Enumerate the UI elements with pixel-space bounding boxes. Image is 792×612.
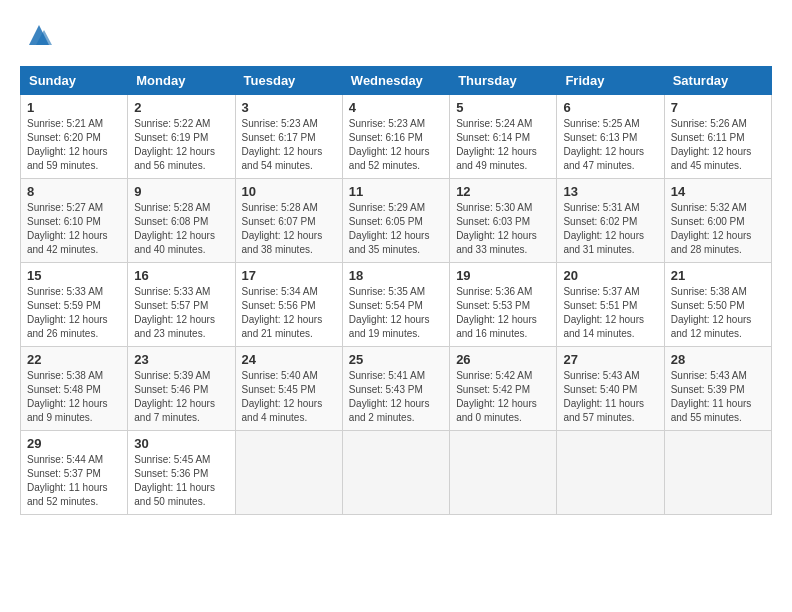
calendar-day-cell: 25 Sunrise: 5:41 AMSunset: 5:43 PMDaylig… bbox=[342, 347, 449, 431]
day-number: 23 bbox=[134, 352, 228, 367]
day-number: 9 bbox=[134, 184, 228, 199]
calendar-day-cell bbox=[342, 431, 449, 515]
day-info: Sunrise: 5:44 AMSunset: 5:37 PMDaylight:… bbox=[27, 454, 108, 507]
day-number: 12 bbox=[456, 184, 550, 199]
calendar-header-tuesday: Tuesday bbox=[235, 67, 342, 95]
day-info: Sunrise: 5:28 AMSunset: 6:07 PMDaylight:… bbox=[242, 202, 323, 255]
day-info: Sunrise: 5:23 AMSunset: 6:16 PMDaylight:… bbox=[349, 118, 430, 171]
calendar-day-cell: 14 Sunrise: 5:32 AMSunset: 6:00 PMDaylig… bbox=[664, 179, 771, 263]
day-info: Sunrise: 5:32 AMSunset: 6:00 PMDaylight:… bbox=[671, 202, 752, 255]
calendar-week-row: 1 Sunrise: 5:21 AMSunset: 6:20 PMDayligh… bbox=[21, 95, 772, 179]
calendar-day-cell: 26 Sunrise: 5:42 AMSunset: 5:42 PMDaylig… bbox=[450, 347, 557, 431]
day-number: 17 bbox=[242, 268, 336, 283]
day-info: Sunrise: 5:29 AMSunset: 6:05 PMDaylight:… bbox=[349, 202, 430, 255]
calendar-day-cell: 27 Sunrise: 5:43 AMSunset: 5:40 PMDaylig… bbox=[557, 347, 664, 431]
calendar-day-cell: 5 Sunrise: 5:24 AMSunset: 6:14 PMDayligh… bbox=[450, 95, 557, 179]
calendar-day-cell: 28 Sunrise: 5:43 AMSunset: 5:39 PMDaylig… bbox=[664, 347, 771, 431]
calendar-day-cell: 12 Sunrise: 5:30 AMSunset: 6:03 PMDaylig… bbox=[450, 179, 557, 263]
calendar-day-cell: 19 Sunrise: 5:36 AMSunset: 5:53 PMDaylig… bbox=[450, 263, 557, 347]
day-info: Sunrise: 5:21 AMSunset: 6:20 PMDaylight:… bbox=[27, 118, 108, 171]
day-info: Sunrise: 5:35 AMSunset: 5:54 PMDaylight:… bbox=[349, 286, 430, 339]
calendar-day-cell: 10 Sunrise: 5:28 AMSunset: 6:07 PMDaylig… bbox=[235, 179, 342, 263]
logo-icon bbox=[24, 20, 54, 50]
day-number: 13 bbox=[563, 184, 657, 199]
day-info: Sunrise: 5:25 AMSunset: 6:13 PMDaylight:… bbox=[563, 118, 644, 171]
day-number: 25 bbox=[349, 352, 443, 367]
calendar-day-cell: 13 Sunrise: 5:31 AMSunset: 6:02 PMDaylig… bbox=[557, 179, 664, 263]
calendar-day-cell: 20 Sunrise: 5:37 AMSunset: 5:51 PMDaylig… bbox=[557, 263, 664, 347]
day-number: 27 bbox=[563, 352, 657, 367]
calendar-day-cell: 23 Sunrise: 5:39 AMSunset: 5:46 PMDaylig… bbox=[128, 347, 235, 431]
calendar-table: SundayMondayTuesdayWednesdayThursdayFrid… bbox=[20, 66, 772, 515]
day-number: 1 bbox=[27, 100, 121, 115]
day-info: Sunrise: 5:45 AMSunset: 5:36 PMDaylight:… bbox=[134, 454, 215, 507]
calendar-day-cell: 2 Sunrise: 5:22 AMSunset: 6:19 PMDayligh… bbox=[128, 95, 235, 179]
calendar-week-row: 29 Sunrise: 5:44 AMSunset: 5:37 PMDaylig… bbox=[21, 431, 772, 515]
day-info: Sunrise: 5:33 AMSunset: 5:59 PMDaylight:… bbox=[27, 286, 108, 339]
day-number: 11 bbox=[349, 184, 443, 199]
calendar-day-cell bbox=[664, 431, 771, 515]
day-info: Sunrise: 5:30 AMSunset: 6:03 PMDaylight:… bbox=[456, 202, 537, 255]
calendar-day-cell: 29 Sunrise: 5:44 AMSunset: 5:37 PMDaylig… bbox=[21, 431, 128, 515]
day-number: 15 bbox=[27, 268, 121, 283]
day-info: Sunrise: 5:43 AMSunset: 5:39 PMDaylight:… bbox=[671, 370, 752, 423]
calendar-day-cell: 24 Sunrise: 5:40 AMSunset: 5:45 PMDaylig… bbox=[235, 347, 342, 431]
day-number: 10 bbox=[242, 184, 336, 199]
day-number: 29 bbox=[27, 436, 121, 451]
day-info: Sunrise: 5:27 AMSunset: 6:10 PMDaylight:… bbox=[27, 202, 108, 255]
day-info: Sunrise: 5:23 AMSunset: 6:17 PMDaylight:… bbox=[242, 118, 323, 171]
day-number: 2 bbox=[134, 100, 228, 115]
calendar-day-cell bbox=[557, 431, 664, 515]
day-info: Sunrise: 5:36 AMSunset: 5:53 PMDaylight:… bbox=[456, 286, 537, 339]
day-number: 18 bbox=[349, 268, 443, 283]
calendar-day-cell bbox=[450, 431, 557, 515]
calendar-day-cell: 7 Sunrise: 5:26 AMSunset: 6:11 PMDayligh… bbox=[664, 95, 771, 179]
calendar-day-cell: 1 Sunrise: 5:21 AMSunset: 6:20 PMDayligh… bbox=[21, 95, 128, 179]
day-number: 20 bbox=[563, 268, 657, 283]
day-number: 16 bbox=[134, 268, 228, 283]
calendar-header-wednesday: Wednesday bbox=[342, 67, 449, 95]
day-info: Sunrise: 5:33 AMSunset: 5:57 PMDaylight:… bbox=[134, 286, 215, 339]
calendar-day-cell: 22 Sunrise: 5:38 AMSunset: 5:48 PMDaylig… bbox=[21, 347, 128, 431]
calendar-header-monday: Monday bbox=[128, 67, 235, 95]
day-number: 19 bbox=[456, 268, 550, 283]
day-info: Sunrise: 5:40 AMSunset: 5:45 PMDaylight:… bbox=[242, 370, 323, 423]
calendar-day-cell: 16 Sunrise: 5:33 AMSunset: 5:57 PMDaylig… bbox=[128, 263, 235, 347]
calendar-week-row: 15 Sunrise: 5:33 AMSunset: 5:59 PMDaylig… bbox=[21, 263, 772, 347]
day-info: Sunrise: 5:31 AMSunset: 6:02 PMDaylight:… bbox=[563, 202, 644, 255]
day-number: 28 bbox=[671, 352, 765, 367]
day-info: Sunrise: 5:34 AMSunset: 5:56 PMDaylight:… bbox=[242, 286, 323, 339]
day-number: 22 bbox=[27, 352, 121, 367]
calendar-week-row: 22 Sunrise: 5:38 AMSunset: 5:48 PMDaylig… bbox=[21, 347, 772, 431]
calendar-day-cell: 17 Sunrise: 5:34 AMSunset: 5:56 PMDaylig… bbox=[235, 263, 342, 347]
calendar-header-thursday: Thursday bbox=[450, 67, 557, 95]
day-number: 7 bbox=[671, 100, 765, 115]
calendar-header-friday: Friday bbox=[557, 67, 664, 95]
day-info: Sunrise: 5:43 AMSunset: 5:40 PMDaylight:… bbox=[563, 370, 644, 423]
calendar-week-row: 8 Sunrise: 5:27 AMSunset: 6:10 PMDayligh… bbox=[21, 179, 772, 263]
day-info: Sunrise: 5:37 AMSunset: 5:51 PMDaylight:… bbox=[563, 286, 644, 339]
calendar-day-cell: 6 Sunrise: 5:25 AMSunset: 6:13 PMDayligh… bbox=[557, 95, 664, 179]
calendar-day-cell: 9 Sunrise: 5:28 AMSunset: 6:08 PMDayligh… bbox=[128, 179, 235, 263]
day-info: Sunrise: 5:42 AMSunset: 5:42 PMDaylight:… bbox=[456, 370, 537, 423]
day-number: 14 bbox=[671, 184, 765, 199]
day-number: 6 bbox=[563, 100, 657, 115]
day-info: Sunrise: 5:41 AMSunset: 5:43 PMDaylight:… bbox=[349, 370, 430, 423]
day-number: 21 bbox=[671, 268, 765, 283]
calendar-day-cell bbox=[235, 431, 342, 515]
day-number: 3 bbox=[242, 100, 336, 115]
calendar-day-cell: 30 Sunrise: 5:45 AMSunset: 5:36 PMDaylig… bbox=[128, 431, 235, 515]
day-number: 5 bbox=[456, 100, 550, 115]
calendar-day-cell: 15 Sunrise: 5:33 AMSunset: 5:59 PMDaylig… bbox=[21, 263, 128, 347]
calendar-header-sunday: Sunday bbox=[21, 67, 128, 95]
day-number: 4 bbox=[349, 100, 443, 115]
calendar-day-cell: 18 Sunrise: 5:35 AMSunset: 5:54 PMDaylig… bbox=[342, 263, 449, 347]
day-info: Sunrise: 5:39 AMSunset: 5:46 PMDaylight:… bbox=[134, 370, 215, 423]
logo bbox=[20, 20, 54, 50]
day-info: Sunrise: 5:26 AMSunset: 6:11 PMDaylight:… bbox=[671, 118, 752, 171]
day-info: Sunrise: 5:38 AMSunset: 5:50 PMDaylight:… bbox=[671, 286, 752, 339]
calendar-day-cell: 11 Sunrise: 5:29 AMSunset: 6:05 PMDaylig… bbox=[342, 179, 449, 263]
page-header bbox=[20, 20, 772, 50]
day-number: 26 bbox=[456, 352, 550, 367]
calendar-day-cell: 4 Sunrise: 5:23 AMSunset: 6:16 PMDayligh… bbox=[342, 95, 449, 179]
